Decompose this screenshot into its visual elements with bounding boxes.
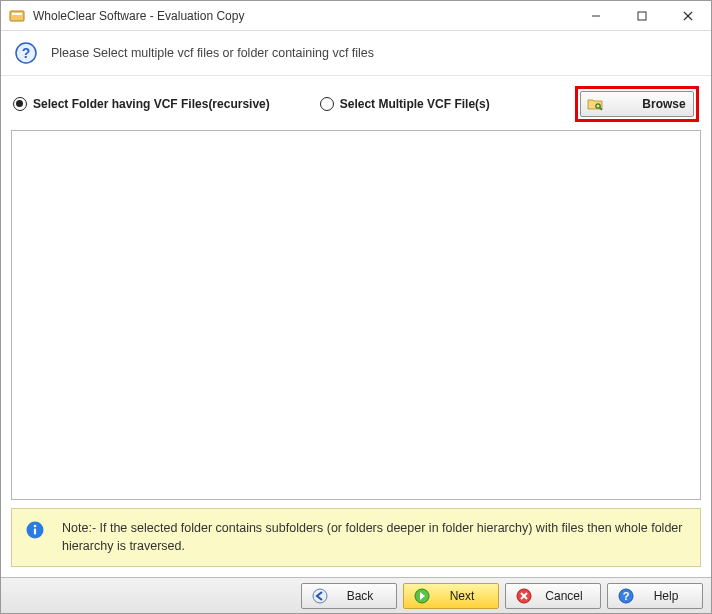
back-button[interactable]: Back — [301, 583, 397, 609]
maximize-button[interactable] — [619, 1, 665, 30]
browse-button[interactable]: Browse — [580, 91, 694, 117]
help-button[interactable]: ? Help — [607, 583, 703, 609]
window-controls — [573, 1, 711, 30]
browse-highlight: Browse — [575, 86, 699, 122]
radio-label: Select Folder having VCF Files(recursive… — [33, 97, 270, 111]
note-box: Note:- If the selected folder contains s… — [11, 508, 701, 568]
folder-search-icon — [587, 96, 633, 112]
cancel-icon — [516, 588, 532, 604]
info-icon — [26, 521, 44, 539]
next-button[interactable]: Next — [403, 583, 499, 609]
svg-rect-1 — [12, 13, 22, 15]
instruction-text: Please Select multiple vcf files or fold… — [51, 46, 374, 60]
cancel-button[interactable]: Cancel — [505, 583, 601, 609]
radio-icon — [13, 97, 27, 111]
footer-bar: Back Next Cancel ? Help — [1, 577, 711, 613]
minimize-button[interactable] — [573, 1, 619, 30]
radio-select-files[interactable]: Select Multiple VCF File(s) — [320, 97, 490, 111]
titlebar: WholeClear Software - Evaluation Copy — [1, 1, 711, 31]
svg-rect-3 — [638, 12, 646, 20]
help-icon: ? — [618, 588, 634, 604]
next-label: Next — [436, 589, 488, 603]
options-row: Select Folder having VCF Files(recursive… — [1, 75, 711, 130]
radio-group: Select Folder having VCF Files(recursive… — [13, 97, 490, 111]
arrow-left-icon — [312, 588, 328, 604]
svg-point-11 — [34, 524, 37, 527]
header-row: ? Please Select multiple vcf files or fo… — [1, 31, 711, 75]
cancel-label: Cancel — [538, 589, 590, 603]
radio-label: Select Multiple VCF File(s) — [340, 97, 490, 111]
help-label: Help — [640, 589, 692, 603]
radio-icon — [320, 97, 334, 111]
svg-rect-0 — [10, 11, 24, 21]
app-icon — [9, 8, 25, 24]
svg-text:?: ? — [22, 45, 31, 61]
help-icon: ? — [15, 42, 37, 64]
svg-text:?: ? — [623, 590, 630, 602]
note-text: Note:- If the selected folder contains s… — [62, 519, 686, 557]
svg-rect-12 — [34, 528, 36, 534]
arrow-right-icon — [414, 588, 430, 604]
radio-select-folder[interactable]: Select Folder having VCF Files(recursive… — [13, 97, 270, 111]
browse-label: Browse — [641, 97, 687, 111]
file-list-area — [11, 130, 701, 500]
svg-point-13 — [313, 589, 327, 603]
window-title: WholeClear Software - Evaluation Copy — [33, 9, 573, 23]
close-button[interactable] — [665, 1, 711, 30]
back-label: Back — [334, 589, 386, 603]
